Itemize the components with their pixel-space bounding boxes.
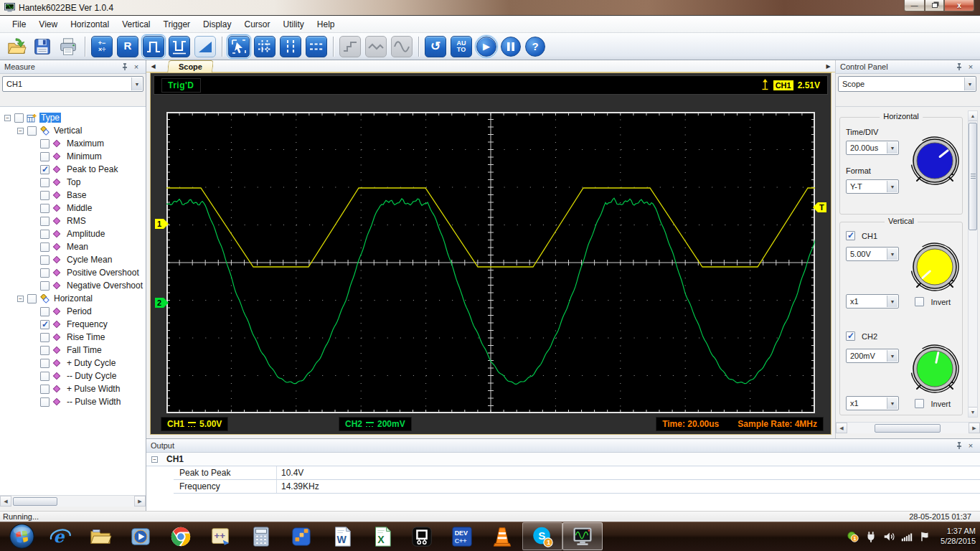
taskbar-scope-app-button[interactable] (562, 522, 603, 550)
tree-item-frequency[interactable]: − Frequency (0, 318, 146, 331)
help-button[interactable]: ? (525, 37, 545, 57)
tree-item-neg-pulse-width[interactable]: − -- Pulse Width (0, 395, 146, 408)
tree-checkbox[interactable] (40, 152, 50, 161)
format-select[interactable]: Y-T▼ (846, 179, 899, 194)
taskbar-word-button[interactable]: W (321, 522, 362, 550)
tree-checkbox[interactable] (40, 268, 50, 278)
taskbar-excel-button[interactable]: X (362, 522, 402, 550)
tree-checkbox[interactable] (40, 217, 50, 226)
measure-channel-select[interactable]: CH1 ▼ (2, 76, 143, 92)
control-horizontal-scrollbar[interactable]: ◀ ▶ (836, 422, 980, 433)
taskbar-dots-app-button[interactable] (281, 522, 321, 550)
vertical-cursors-button[interactable] (280, 36, 301, 57)
close-button[interactable]: x (944, 0, 974, 11)
tree-item-rise-time[interactable]: − Rise Time (0, 331, 146, 344)
tree-checkbox[interactable] (40, 178, 50, 187)
tray-flag-icon[interactable] (918, 530, 931, 543)
tree-checkbox[interactable] (14, 113, 24, 123)
print-button[interactable] (57, 36, 79, 57)
tree-item-neg-duty-cycle[interactable]: − -- Duty Cycle (0, 369, 146, 382)
math-button[interactable]: +−×÷ (91, 36, 113, 57)
output-group-row[interactable]: − CH1 (146, 453, 980, 466)
minimize-button[interactable]: — (904, 0, 925, 11)
tree-item-negative-overshoot[interactable]: − Negative Overshoot (0, 279, 146, 292)
tree-item-maximum[interactable]: − Maximum (0, 137, 146, 150)
scroll-thumb[interactable] (969, 123, 977, 230)
ch2-invert-checkbox[interactable] (915, 399, 924, 408)
triangle-wave-button[interactable] (365, 36, 387, 57)
scroll-right-icon[interactable]: ▶ (134, 496, 146, 507)
tree-checkbox[interactable] (40, 230, 50, 239)
horizontal-cursors-button[interactable] (306, 36, 327, 57)
taskbar-devcpp-button[interactable]: DEVC++ (442, 522, 482, 550)
tree-item-minimum[interactable]: − Minimum (0, 150, 146, 163)
taskbar-skype-button[interactable]: S1 (522, 522, 562, 550)
tree-item-peak-to-peak[interactable]: − Peak to Peak (0, 163, 146, 176)
tray-network-icon[interactable] (900, 530, 913, 543)
ch2-probe-select[interactable]: x1▼ (846, 396, 899, 410)
grid-button[interactable] (254, 36, 275, 57)
menu-horizontal[interactable]: Horizontal (64, 17, 116, 32)
tree-item-fall-time[interactable]: − Fall Time (0, 344, 146, 357)
tree-checkbox[interactable] (40, 333, 50, 342)
tree-item-middle[interactable]: − Middle (0, 202, 146, 215)
pin-icon[interactable] (954, 441, 964, 451)
menu-display[interactable]: Display (197, 17, 237, 32)
ch1-enable-checkbox[interactable] (846, 231, 855, 240)
auto-button[interactable]: AUTO (451, 36, 472, 57)
tree-checkbox[interactable] (40, 346, 50, 355)
scroll-thumb[interactable] (875, 424, 941, 433)
save-button[interactable] (32, 36, 53, 57)
time-div-select[interactable]: 20.00us▼ (846, 141, 899, 155)
tree-expander-icon[interactable]: − (17, 296, 24, 302)
ch1-scale-select[interactable]: 5.00V▼ (846, 247, 899, 261)
tree-checkbox[interactable] (40, 359, 50, 368)
step-wave-button[interactable] (339, 36, 361, 57)
open-button[interactable] (6, 36, 27, 57)
restore-button[interactable] (925, 0, 944, 11)
tray-volume-icon[interactable] (882, 530, 895, 543)
horizontal-knob[interactable] (909, 135, 961, 187)
cursor-button[interactable] (228, 36, 250, 57)
taskbar-explorer-button[interactable] (80, 522, 121, 550)
pin-icon[interactable] (954, 62, 964, 72)
tree-item-horizontal[interactable]: − Horizontal (0, 292, 146, 305)
tree-checkbox[interactable] (40, 165, 50, 174)
taskbar-plusplus-button[interactable]: ++ (201, 522, 241, 550)
menu-file[interactable]: File (6, 17, 32, 32)
tree-item-pos-pulse-width[interactable]: − + Pulse Width (0, 382, 146, 395)
tab-scroll-right-icon[interactable]: ▶ (824, 62, 833, 71)
tree-checkbox[interactable] (40, 191, 50, 200)
tree-item-cycle-mean[interactable]: − Cycle Mean (0, 253, 146, 266)
tree-item-type[interactable]: − Type (0, 111, 146, 124)
scroll-left-icon[interactable]: ◀ (836, 423, 847, 433)
menu-help[interactable]: Help (311, 17, 341, 32)
scroll-right-icon[interactable]: ▶ (969, 423, 980, 433)
tree-item-mean[interactable]: − Mean (0, 240, 146, 253)
tree-expander-icon[interactable]: − (17, 128, 24, 134)
ch1-position-knob[interactable] (909, 241, 961, 293)
scroll-up-icon[interactable]: ▲ (969, 111, 977, 121)
ch1-invert-checkbox[interactable] (915, 297, 924, 306)
pulse-rise-button[interactable] (143, 36, 164, 57)
tree-checkbox[interactable] (40, 204, 50, 213)
tree-checkbox[interactable] (40, 255, 50, 265)
reference-button[interactable]: R (117, 36, 138, 57)
tray-skype-status-icon[interactable]: 1 (847, 530, 859, 543)
refresh-button[interactable]: ↺ (425, 36, 446, 57)
ch2-enable-checkbox[interactable] (846, 331, 855, 341)
scroll-thumb[interactable] (13, 497, 57, 506)
pause-button[interactable] (501, 37, 521, 57)
ramp-button[interactable] (194, 36, 216, 57)
tree-checkbox[interactable] (40, 372, 50, 381)
tray-power-icon[interactable] (864, 530, 877, 543)
menu-trigger[interactable]: Trigger (157, 17, 197, 32)
taskbar-vlc-button[interactable] (482, 522, 522, 550)
tab-scroll-left-icon[interactable]: ◀ (149, 62, 158, 71)
ch1-probe-select[interactable]: x1▼ (846, 294, 899, 309)
pulse-fall-button[interactable] (169, 36, 190, 57)
tree-checkbox[interactable] (40, 139, 50, 149)
start-button[interactable] (3, 522, 40, 550)
tree-item-period[interactable]: − Period (0, 305, 146, 318)
tree-checkbox[interactable] (27, 126, 37, 136)
